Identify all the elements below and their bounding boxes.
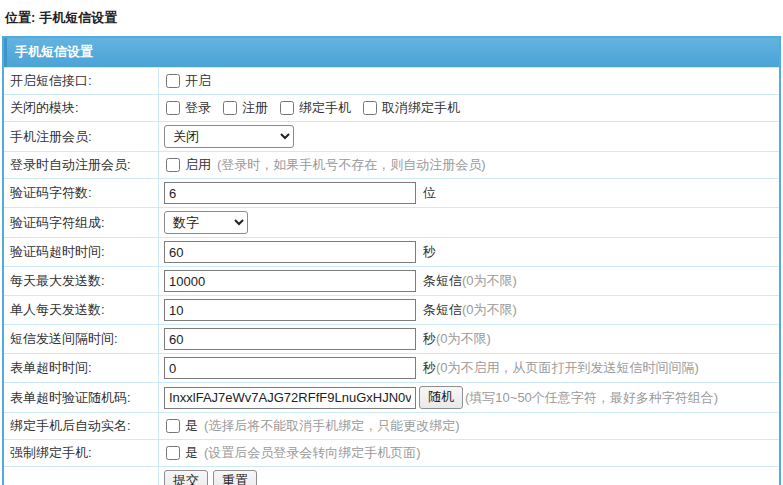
row-field: 关闭 (159, 122, 779, 151)
field-unit: 条短信 (423, 301, 462, 319)
row-field: 是 (选择后将不能取消手机绑定，只能更改绑定) (159, 414, 779, 438)
breadcrumb: 位置:手机短信设置 (0, 0, 783, 36)
row-label: 手机注册会员: (4, 122, 159, 151)
row-code-charset: 验证码字符组成: 数字 (4, 207, 779, 237)
row-code-timeout: 验证码超时时间: 秒 (4, 237, 779, 266)
code-length-input[interactable] (164, 182, 416, 204)
row-field: 秒(0为不启用，从页面打开到发送短信时间间隔) (159, 354, 779, 382)
row-code-length: 验证码字符数: 位 (4, 178, 779, 207)
row-form-timeout: 表单超时时间: 秒(0为不启用，从页面打开到发送短信时间间隔) (4, 353, 779, 382)
auto-register-checkbox[interactable] (166, 158, 180, 172)
module-unbind-phone-checkbox[interactable] (363, 101, 377, 115)
row-daily-max-send: 每天最大发送数: 条短信(0为不限) (4, 266, 779, 295)
row-label: 开启短信接口: (4, 68, 159, 94)
form-random-code-input[interactable] (164, 387, 416, 409)
field-hint: (0为不限) (462, 301, 517, 319)
daily-max-send-input[interactable] (164, 270, 416, 292)
phone-register-select[interactable]: 关闭 (164, 125, 294, 148)
row-field: 开启 (159, 69, 779, 93)
row-auto-register-on-login: 登录时自动注册会员: 启用 (登录时，如果手机号不存在，则自动注册会员) (4, 151, 779, 178)
module-bind-phone-checkbox[interactable] (280, 101, 294, 115)
reset-button[interactable]: 重置 (213, 470, 257, 485)
row-label: 单人每天发送数: (4, 296, 159, 324)
random-button[interactable]: 随机 (419, 386, 463, 409)
row-label: 短信发送间隔时间: (4, 325, 159, 353)
sms-settings-panel: 手机短信设置 开启短信接口: 开启 关闭的模块: 登录 注册 绑定手机 取消绑定… (2, 36, 781, 485)
field-hint: (0为不限) (462, 272, 517, 290)
checkbox-label: 登录 (185, 99, 211, 117)
row-label: 每天最大发送数: (4, 267, 159, 295)
code-charset-select[interactable]: 数字 (164, 211, 248, 234)
row-field: 条短信(0为不限) (159, 296, 779, 324)
row-label: 表单超时验证随机码: (4, 383, 159, 412)
form-timeout-input[interactable] (164, 357, 416, 379)
row-send-interval: 短信发送间隔时间: 秒(0为不限) (4, 324, 779, 353)
module-register-checkbox[interactable] (223, 101, 237, 115)
row-field: 随机 (填写10~50个任意字符，最好多种字符组合) (159, 383, 779, 412)
send-interval-input[interactable] (164, 328, 416, 350)
row-label: 验证码超时时间: (4, 238, 159, 266)
field-unit: 条短信 (423, 272, 462, 290)
checkbox-label: 取消绑定手机 (382, 99, 460, 117)
row-field: 条短信(0为不限) (159, 267, 779, 295)
row-field: 启用 (登录时，如果手机号不存在，则自动注册会员) (159, 153, 779, 177)
row-field: 位 (159, 179, 779, 207)
panel-title: 手机短信设置 (4, 38, 779, 67)
row-disabled-modules: 关闭的模块: 登录 注册 绑定手机 取消绑定手机 (4, 94, 779, 121)
field-hint: (0为不启用，从页面打开到发送短信时间间隔) (436, 359, 699, 377)
row-phone-register-member: 手机注册会员: 关闭 (4, 121, 779, 151)
field-hint: (登录时，如果手机号不存在，则自动注册会员) (217, 156, 486, 174)
row-per-user-daily-send: 单人每天发送数: 条短信(0为不限) (4, 295, 779, 324)
field-hint: (设置后会员登录会转向绑定手机页面) (204, 444, 421, 462)
row-label: 绑定手机后自动实名: (4, 413, 159, 439)
row-enable-sms: 开启短信接口: 开启 (4, 67, 779, 94)
field-hint: (填写10~50个任意字符，最好多种字符组合) (465, 389, 718, 407)
module-login-checkbox[interactable] (166, 101, 180, 115)
checkbox-label: 开启 (185, 72, 211, 90)
row-field: 是 (设置后会员登录会转向绑定手机页面) (159, 441, 779, 465)
field-unit: 秒 (423, 359, 436, 377)
row-label: 表单超时时间: (4, 354, 159, 382)
row-actions: 提交 重置 (4, 466, 779, 485)
row-field: 登录 注册 绑定手机 取消绑定手机 (159, 96, 779, 120)
checkbox-label: 是 (185, 417, 198, 435)
row-force-bind-phone: 强制绑定手机: 是 (设置后会员登录会转向绑定手机页面) (4, 439, 779, 466)
breadcrumb-value: 手机短信设置 (39, 10, 117, 25)
force-bind-checkbox[interactable] (166, 446, 180, 460)
row-field: 提交 重置 (159, 467, 779, 485)
row-auto-realname-after-bind: 绑定手机后自动实名: 是 (选择后将不能取消手机绑定，只能更改绑定) (4, 412, 779, 439)
row-label: 关闭的模块: (4, 95, 159, 121)
enable-sms-checkbox[interactable] (166, 74, 180, 88)
row-field: 秒 (159, 238, 779, 266)
row-form-random-code: 表单超时验证随机码: 随机 (填写10~50个任意字符，最好多种字符组合) (4, 382, 779, 412)
breadcrumb-label: 位置: (5, 10, 35, 25)
row-label: 强制绑定手机: (4, 440, 159, 466)
row-label: 验证码字符组成: (4, 208, 159, 237)
row-label: 验证码字符数: (4, 179, 159, 207)
field-unit: 秒 (423, 243, 436, 261)
code-timeout-input[interactable] (164, 241, 416, 263)
auto-realname-checkbox[interactable] (166, 419, 180, 433)
checkbox-label: 是 (185, 444, 198, 462)
checkbox-label: 绑定手机 (299, 99, 351, 117)
checkbox-label: 注册 (242, 99, 268, 117)
field-hint: (选择后将不能取消手机绑定，只能更改绑定) (204, 417, 460, 435)
checkbox-label: 启用 (185, 156, 211, 174)
row-label: 登录时自动注册会员: (4, 152, 159, 178)
submit-button[interactable]: 提交 (164, 470, 208, 485)
field-unit: 秒 (423, 330, 436, 348)
field-unit: 位 (423, 184, 436, 202)
per-user-daily-send-input[interactable] (164, 299, 416, 321)
field-hint: (0为不限) (436, 330, 491, 348)
row-label (4, 467, 159, 485)
row-field: 数字 (159, 208, 779, 237)
row-field: 秒(0为不限) (159, 325, 779, 353)
